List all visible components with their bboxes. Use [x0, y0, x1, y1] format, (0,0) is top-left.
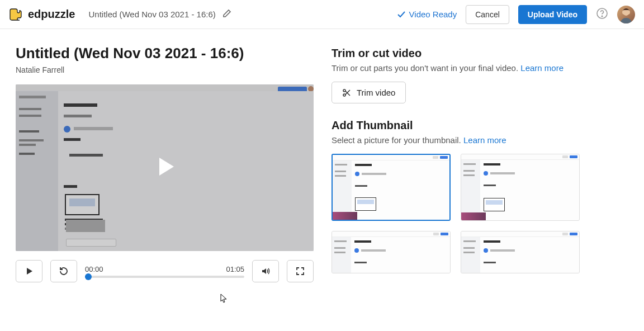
svg-point-5 [343, 89, 345, 92]
video-controls: 00:00 01:05 [16, 260, 314, 282]
edit-title-icon[interactable] [222, 9, 231, 20]
page-title: Untitled (Wed Nov 03 2021 - 16:6) [16, 45, 314, 62]
thumbnail-option-2[interactable] [461, 154, 580, 221]
progress-bar[interactable] [85, 276, 244, 278]
app-header: edpuzzle Untitled (Wed Nov 03 2021 - 16:… [0, 0, 644, 29]
mouse-cursor-icon [220, 294, 228, 304]
thumbnail-grid [332, 154, 628, 273]
volume-button[interactable] [252, 260, 279, 282]
trim-video-button[interactable]: Trim video [332, 82, 406, 103]
fullscreen-button[interactable] [287, 260, 314, 282]
check-icon [397, 10, 406, 19]
thumbnail-desc: Select a picture for your thumbnail. Lea… [332, 135, 628, 145]
thumbnail-learn-more-link[interactable]: Learn more [463, 135, 506, 145]
header-title-wrap: Untitled (Wed Nov 03 2021 - 16:6) [88, 9, 396, 20]
thumbnail-heading: Add Thumbnail [332, 119, 628, 132]
video-ready-status: Video Ready [397, 10, 457, 19]
scissors-icon [342, 88, 351, 97]
brand-name: edpuzzle [28, 8, 75, 21]
svg-point-4 [623, 10, 629, 16]
page-author: Natalie Farrell [16, 65, 314, 74]
main-content: Untitled (Wed Nov 03 2021 - 16:6) Natali… [0, 29, 644, 289]
play-button[interactable] [16, 260, 42, 282]
svg-point-6 [343, 94, 345, 96]
trim-learn-more-link[interactable]: Learn more [520, 63, 564, 73]
thumbnail-option-3[interactable] [332, 231, 451, 273]
header-actions: Video Ready Cancel Upload Video [397, 5, 635, 24]
thumbnail-option-4[interactable] [461, 231, 580, 273]
duration: 01:05 [226, 265, 244, 273]
trim-desc: Trim or cut parts you don't want in your… [332, 63, 628, 73]
header-doc-title: Untitled (Wed Nov 03 2021 - 16:6) [88, 10, 215, 19]
puzzle-icon [9, 7, 23, 22]
video-preview[interactable] [16, 84, 314, 251]
progress-wrap: 00:00 01:05 [85, 265, 244, 278]
thumbnail-option-1[interactable] [332, 154, 451, 221]
replay-button[interactable] [50, 260, 77, 282]
brand-logo[interactable]: edpuzzle [9, 7, 75, 22]
current-time: 00:00 [85, 265, 103, 273]
play-overlay-icon[interactable] [149, 151, 181, 185]
trim-heading: Trim or cut video [332, 47, 628, 60]
left-column: Untitled (Wed Nov 03 2021 - 16:6) Natali… [16, 45, 314, 289]
thumbnail-section: Add Thumbnail Select a picture for your … [332, 119, 628, 273]
user-avatar[interactable] [617, 6, 635, 23]
right-column: Trim or cut video Trim or cut parts you … [332, 45, 628, 289]
help-icon[interactable] [596, 7, 608, 22]
trim-section: Trim or cut video Trim or cut parts you … [332, 47, 628, 103]
svg-point-1 [602, 16, 603, 17]
cancel-button[interactable]: Cancel [466, 5, 509, 24]
upload-video-button[interactable]: Upload Video [518, 5, 587, 24]
